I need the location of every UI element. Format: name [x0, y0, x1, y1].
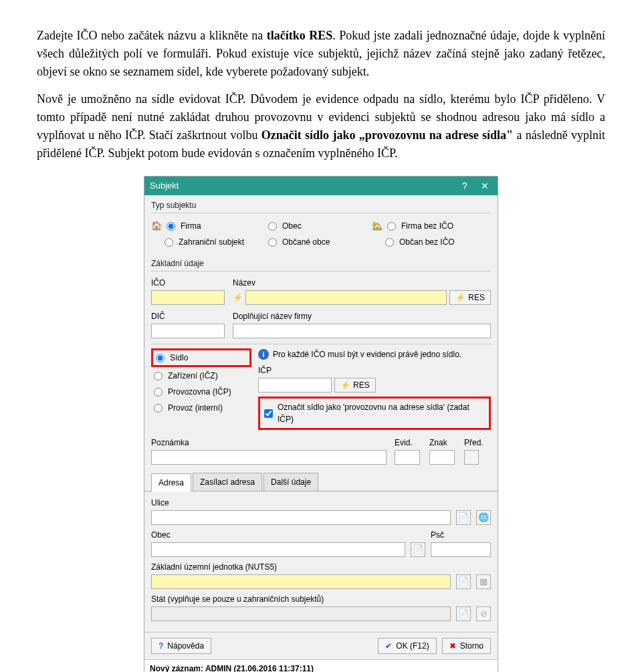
- dopln-label: Doplňující název firmy: [233, 310, 491, 322]
- evid-label: Evid.: [395, 437, 421, 449]
- bolt-icon: ⚡: [455, 292, 465, 304]
- note4-icon: 📄: [456, 606, 471, 621]
- note3-icon[interactable]: 📄: [456, 574, 471, 589]
- bolt-icon: ⚡: [340, 379, 350, 391]
- checkbox-label: Označit sídlo jako 'provozovnu na adrese…: [278, 401, 485, 425]
- section-basic-label: Základní údaje: [151, 257, 498, 269]
- radio-obcan-bez-ico[interactable]: Občan bez IČO: [372, 236, 498, 248]
- obec-input[interactable]: [151, 542, 405, 557]
- close-icon[interactable]: ✕: [477, 179, 492, 193]
- stat-input: [151, 606, 451, 621]
- ulice-input[interactable]: [151, 510, 451, 525]
- pred-label: Před.: [464, 437, 491, 449]
- tab-adresa[interactable]: Adresa: [151, 473, 191, 491]
- tabs: Adresa Zasílací adresa Další údaje: [144, 469, 498, 491]
- pred-checkbox[interactable]: [464, 450, 479, 465]
- note-icon[interactable]: 📄: [456, 510, 471, 525]
- map-icon: ▦: [476, 574, 491, 589]
- tab-zasilaci[interactable]: Zasílací adresa: [193, 473, 262, 491]
- nazev-label: Název: [233, 277, 491, 289]
- oznacit-sidlo-checkbox[interactable]: [264, 409, 273, 418]
- house2-icon: 🏡: [372, 221, 383, 231]
- paragraph-1: Zadejte IČO nebo začátek názvu a kliknět…: [37, 27, 605, 81]
- radio-zahranicni[interactable]: Zahraniční subjekt: [151, 236, 268, 248]
- ico-label: IČO: [151, 277, 225, 289]
- storno-button[interactable]: ✖ Storno: [442, 638, 491, 654]
- poznamka-label: Poznámka: [151, 437, 387, 449]
- dic-label: DIČ: [151, 310, 225, 322]
- info-line: i Pro každé IČO musí být v evidenci práv…: [258, 348, 491, 360]
- evid-input[interactable]: [395, 450, 420, 465]
- globe-icon[interactable]: 🌐: [476, 510, 491, 525]
- psc-label: Psč: [431, 529, 491, 541]
- house-icon: 🏠: [151, 221, 162, 231]
- res-button[interactable]: ⚡ RES: [449, 290, 491, 305]
- help-icon[interactable]: ?: [457, 179, 472, 193]
- tab-body-adresa: Ulice 📄 🌐 Obec 📄 Psč Základní územní jed…: [144, 491, 498, 632]
- psc-input[interactable]: [431, 542, 491, 557]
- znak-label: Znak: [429, 437, 456, 449]
- x-icon: ✖: [449, 640, 456, 652]
- nazev-input[interactable]: [245, 290, 447, 305]
- tab-dalsi[interactable]: Další údaje: [263, 473, 318, 491]
- section-type-label: Typ subjektu: [151, 199, 498, 211]
- radio-provoz[interactable]: Provoz (interní): [154, 402, 251, 414]
- clear-icon: ⊘: [476, 606, 491, 621]
- ulice-label: Ulice: [151, 497, 451, 509]
- checkbox-highlight: Označit sídlo jako 'provozovnu na adrese…: [258, 397, 491, 430]
- icp-input[interactable]: [258, 378, 332, 393]
- poznamka-input[interactable]: [151, 450, 387, 465]
- paragraph-2: Nově je umožněno na sídle evidovat IČP. …: [37, 90, 605, 162]
- statusbar: Nový záznam: ADMIN (21.06.2016 11:37:11): [144, 659, 498, 672]
- radio-obcane-obce[interactable]: Občané obce: [268, 236, 372, 248]
- radio-obec[interactable]: Obec: [268, 220, 372, 232]
- window-title: Subjekt: [150, 179, 452, 193]
- radio-sidlo[interactable]: Sídlo: [156, 352, 247, 364]
- sidlo-highlight: Sídlo: [151, 348, 251, 367]
- dic-input[interactable]: [151, 324, 225, 338]
- obec-label: Obec: [151, 529, 405, 541]
- check-icon: ✔: [385, 640, 392, 652]
- radio-provozovna[interactable]: Provozovna (IČP): [154, 386, 251, 398]
- icp-res-button[interactable]: ⚡ RES: [334, 378, 376, 393]
- ok-button[interactable]: ✔ OK (F12): [378, 638, 436, 654]
- radio-zarizeni[interactable]: Zařízení (IČZ): [154, 370, 251, 382]
- type-radio-group: 🏠 Firma Obec 🏡 Firma bez IČO Zahraniční …: [144, 217, 498, 253]
- stat-label: Stát (vyplňuje se pouze u zahraničních s…: [151, 593, 451, 605]
- dopln-input[interactable]: [233, 324, 491, 338]
- radio-firma[interactable]: 🏠 Firma: [151, 220, 268, 232]
- radio-firma-bez-ico[interactable]: 🏡 Firma bez IČO: [372, 220, 498, 232]
- document-body: Zadejte IČO nebo začátek názvu a kliknět…: [37, 27, 605, 162]
- bolt-icon: ⚡: [233, 292, 243, 304]
- ico-input[interactable]: [151, 290, 225, 305]
- question-icon: ?: [158, 640, 163, 652]
- subjekt-window: Subjekt ? ✕ Typ subjektu 🏠 Firma Obec 🏡 …: [144, 176, 498, 672]
- info-icon: i: [258, 349, 269, 360]
- nuts-label: Základní územní jednotka (NUTS5): [151, 561, 451, 573]
- note2-icon[interactable]: 📄: [411, 542, 425, 557]
- footer-bar: ? Nápověda ✔ OK (F12) ✖ Storno: [144, 632, 498, 659]
- help-button[interactable]: ? Nápověda: [151, 638, 211, 654]
- titlebar: Subjekt ? ✕: [144, 177, 498, 195]
- nuts-input[interactable]: [151, 574, 451, 589]
- icp-label: IČP: [258, 364, 491, 376]
- znak-input[interactable]: [429, 450, 455, 465]
